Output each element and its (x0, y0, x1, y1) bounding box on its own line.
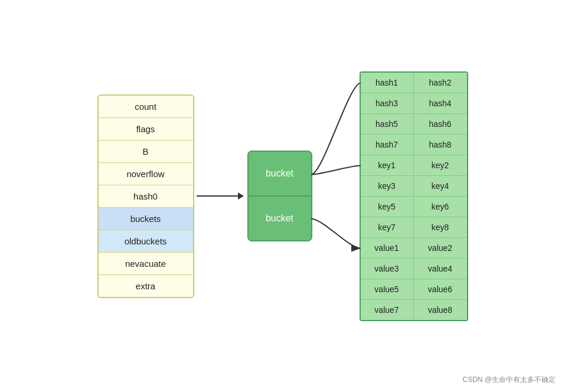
data-row-5: key3key4 (361, 176, 467, 197)
struct-cell-flags: flags (99, 118, 193, 141)
struct-cell-oldbuckets: oldbuckets (99, 230, 193, 253)
data-cell-8-0: value1 (361, 238, 414, 258)
data-cell-5-0: key3 (361, 176, 414, 196)
data-grid: hash1hash2hash3hash4hash5hash6hash7hash8… (360, 71, 468, 321)
data-cell-2-0: hash5 (361, 114, 414, 134)
data-cell-4-1: key2 (414, 155, 467, 175)
struct-cell-count: count (99, 96, 193, 118)
bucket-cell-0: bucket (249, 152, 311, 197)
data-row-2: hash5hash6 (361, 114, 467, 135)
struct-box: countflagsBnoverflowhash0bucketsoldbucke… (97, 94, 194, 298)
data-cell-4-0: key1 (361, 155, 414, 175)
struct-cell-hash0: hash0 (99, 185, 193, 208)
data-row-1: hash3hash4 (361, 93, 467, 114)
struct-cell-extra: extra (99, 275, 193, 297)
data-cell-6-0: key5 (361, 197, 414, 217)
data-cell-6-1: key6 (414, 197, 467, 217)
data-cell-0-0: hash1 (361, 73, 414, 93)
struct-cell-nevacuate: nevacuate (99, 253, 193, 275)
data-cell-10-0: value5 (361, 279, 414, 299)
data-cell-1-0: hash3 (361, 93, 414, 113)
data-cell-10-1: value6 (414, 279, 467, 299)
arrow-line-1 (197, 195, 238, 197)
data-row-4: key1key2 (361, 155, 467, 176)
data-cell-7-0: key7 (361, 217, 414, 237)
data-cell-5-1: key4 (414, 176, 467, 196)
data-cell-3-0: hash7 (361, 135, 414, 155)
data-cell-7-1: key8 (414, 217, 467, 237)
data-cell-11-1: value8 (414, 300, 467, 320)
data-row-6: key5key6 (361, 197, 467, 217)
data-row-11: value7value8 (361, 300, 467, 320)
data-cell-0-1: hash2 (414, 73, 467, 93)
bucket-box: bucketbucket (247, 151, 312, 241)
data-row-8: value1value2 (361, 238, 467, 259)
arrow-head-1 (238, 192, 244, 200)
data-row-0: hash1hash2 (361, 73, 467, 93)
data-row-10: value5value6 (361, 279, 467, 300)
data-cell-9-1: value4 (414, 259, 467, 279)
data-cell-3-1: hash8 (414, 135, 467, 155)
data-cell-1-1: hash4 (414, 93, 467, 113)
data-cell-8-1: value2 (414, 238, 467, 258)
data-cell-2-1: hash6 (414, 114, 467, 134)
struct-cell-B: B (99, 141, 193, 163)
struct-cell-buckets: buckets (99, 208, 193, 230)
data-row-9: value3value4 (361, 259, 467, 279)
watermark: CSDN @生命中有太多不确定 (462, 375, 556, 385)
data-row-3: hash7hash8 (361, 135, 467, 155)
data-cell-9-0: value3 (361, 259, 414, 279)
struct-cell-noverflow: noverflow (99, 163, 193, 185)
data-row-7: key7key8 (361, 217, 467, 238)
arrow-struct-to-bucket (194, 192, 247, 200)
bucket-cell-1: bucket (249, 197, 311, 240)
data-cell-11-0: value7 (361, 300, 414, 320)
